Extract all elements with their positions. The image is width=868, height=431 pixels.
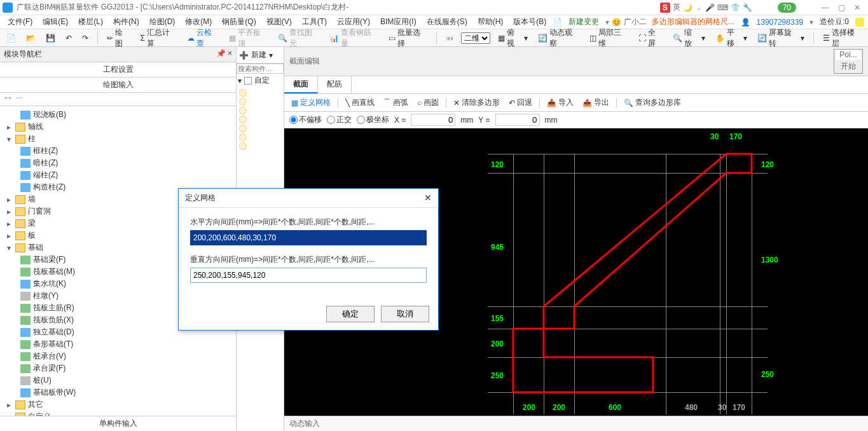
minimize-button[interactable]: — [822,3,829,12]
badge-70[interactable]: 70 [778,3,796,13]
ime-s-icon[interactable]: S [660,3,670,13]
tb-sum[interactable]: Σ 汇总计算 [137,26,179,50]
tb-redo[interactable]: ↷ [79,32,91,44]
list-item[interactable] [238,88,282,97]
tree-ctl[interactable]: 承台梁(F) [1,362,235,374]
dt-circle[interactable]: ○ 画圆 [415,97,441,109]
single-input-header[interactable]: 单构件输入 [0,416,236,431]
dt-import[interactable]: 📥 导入 [545,97,575,109]
user-phone[interactable]: 13907298339 [757,18,803,27]
tb-bird[interactable]: ▦ 俯视 ▾ [495,26,530,50]
tb-local-3d[interactable]: ◫ 局部三维 [587,26,631,50]
tree-txjc[interactable]: 条形基础(T) [1,338,235,350]
expand-add-icon[interactable]: ⁺⁺ [4,95,11,104]
tree-zct[interactable]: 桩承台(V) [1,350,235,362]
list-item[interactable] [238,142,282,151]
bean-icon[interactable] [855,18,864,27]
tb-flat-roof[interactable]: ▦ 平齐板顶 [226,26,270,50]
dt-export[interactable]: 📤 导出 [581,97,611,109]
tb-cloud-check[interactable]: ☁ 云检查 [184,26,221,50]
dt-line[interactable]: ╲ 画直线 [343,97,376,109]
draw-input-header[interactable]: 绘图输入 [0,78,236,93]
dialog-close-button[interactable]: ✕ [424,193,432,203]
menu-file[interactable]: 文件(F) [4,15,36,29]
search-component-input[interactable] [237,64,284,74]
tree-axis[interactable]: ▸轴线 [1,121,235,133]
tree-dz[interactable]: 端柱(Z) [1,169,235,181]
dt-def-grid[interactable]: ▦ 定义网格 [289,97,333,109]
tab-section[interactable]: 截面 [284,76,318,93]
dim-r120: 120 [761,160,774,169]
tab-rebar[interactable]: 配筋 [318,76,352,93]
tree-custom[interactable]: ▾自定义 [1,411,235,416]
list-item[interactable] [238,133,282,142]
tb-find-graph[interactable]: 🔍 查找图元 [275,26,322,50]
radio-polar[interactable]: 极坐标 [357,114,389,125]
tb-dim-select[interactable]: 二维 [461,32,490,44]
tree-kz[interactable]: 框柱(Z) [1,145,235,157]
menu-edit[interactable]: 编辑(E) [39,15,72,29]
list-item[interactable] [238,106,282,115]
tree-xjb[interactable]: 现浇板(B) [1,109,235,121]
cancel-button[interactable]: 取消 [381,306,429,322]
ime-mic-icon[interactable]: 🎤 [705,3,715,12]
start-button[interactable]: 开始 [834,60,862,73]
list-item[interactable] [238,115,282,124]
radio-no-offset[interactable]: 不偏移 [289,114,322,125]
tb-zoom[interactable]: 🔍 缩放 ▾ [670,26,707,50]
tb-draw[interactable]: ✏绘图 [104,26,132,50]
col-icon [20,147,31,156]
tb-open[interactable]: 📂 [24,32,38,44]
dim-b200a: 200 [523,403,535,412]
dt-undo[interactable]: ↶ 回退 [507,97,534,109]
ime-tool-icon[interactable]: 🔧 [743,3,752,12]
dialog-titlebar[interactable]: 定义网格 ✕ [179,189,438,208]
window-title: 广联达BIM钢筋算量软件 GGJ2013 - [C:\Users\Adminis… [17,2,660,13]
tree-other[interactable]: ▸其它 [1,399,235,411]
collapse-icon[interactable]: ⁻⁻ [15,95,23,104]
tree-jcbd[interactable]: 基础板带(W) [1,387,235,399]
tb-dyn-obs[interactable]: 🔄 动态观察 [535,26,582,50]
maximize-button[interactable]: ▢ [838,3,845,12]
menu-floor[interactable]: 楼层(L) [74,15,107,29]
tb-sel-floor[interactable]: ☰ 选择楼层 [820,26,864,50]
tb-new[interactable]: 📄 [4,32,18,44]
ime-punct-icon[interactable]: ， [695,2,703,13]
tb-undo[interactable]: ↶ [63,32,74,44]
tree-col[interactable]: ▾柱 [1,133,235,145]
list-item[interactable] [238,97,282,106]
h-spacing-input[interactable] [190,230,427,245]
y-input[interactable] [495,114,540,126]
dim-l155: 155 [491,314,504,323]
pin-icon[interactable]: 📌 × [216,49,232,60]
close-button[interactable]: ✕ [854,3,860,12]
tb-fullscreen[interactable]: ⛶ 全屏 [636,26,665,50]
new-change-icon: 📄 [553,18,562,27]
dt-clear-poly[interactable]: ✕ 清除多边形 [451,97,502,109]
tree-zhuang[interactable]: 桩(U) [1,374,235,387]
tb-batch-sel[interactable]: ▭ 批量选择 [386,26,430,50]
tb-pan[interactable]: ✋ 平移 ▾ [713,26,750,50]
tree-az[interactable]: 暗柱(Z) [1,157,235,169]
folder-icon [15,243,25,252]
v-spacing-input[interactable] [190,268,427,283]
x-input[interactable] [411,114,455,126]
tb-rotate[interactable]: 🔄 屏幕旋转 ▾ [755,26,807,50]
radio-ortho[interactable]: 正交 [327,114,352,125]
folder-icon [15,207,25,216]
tb-view-rebar[interactable]: 📊 查看钢筋量 [327,26,381,50]
ime-moon-icon[interactable]: 🌙 [683,3,692,12]
new-component-button[interactable]: ➕新建 ▾ [237,47,284,64]
tb-save[interactable]: 💾 [43,32,58,44]
dt-arc[interactable]: ⌒ 画弧 [382,97,410,109]
dynamic-input-bar[interactable]: 动态输入 [284,416,868,431]
proj-set-header[interactable]: 工程设置 [0,62,236,78]
ok-button[interactable]: 确定 [326,306,375,322]
dt-query[interactable]: 🔍 查询多边形库 [622,97,683,109]
ime-lang[interactable]: 英 [673,2,680,13]
tb-nav-first[interactable]: ⏮ [443,32,456,44]
list-root[interactable]: ▾自定 [237,74,284,87]
ime-keyboard-icon[interactable]: ⌨ [717,3,728,12]
list-item[interactable] [238,124,282,133]
ime-skin-icon[interactable]: 👕 [731,3,740,12]
